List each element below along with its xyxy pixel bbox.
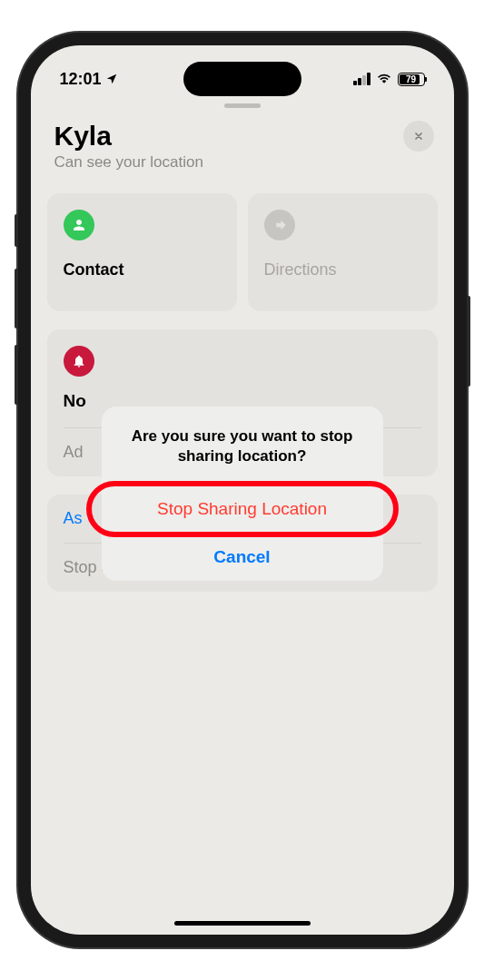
action-cards: Contact Directions — [47, 193, 438, 311]
bell-icon — [64, 346, 94, 377]
directions-card: Directions — [248, 193, 438, 311]
status-right: 79 — [353, 73, 425, 86]
contact-label: Contact — [64, 260, 221, 279]
side-button — [15, 214, 18, 247]
phone-frame: 12:01 79 — [18, 33, 467, 947]
sheet-grabber[interactable] — [224, 103, 261, 108]
status-time: 12:01 — [60, 70, 102, 89]
power-button — [467, 296, 470, 387]
person-icon — [64, 210, 94, 240]
content: Kyla Can see your location Contact — [31, 103, 454, 935]
header: Kyla Can see your location — [47, 121, 438, 172]
directions-label: Directions — [264, 260, 421, 279]
location-arrow-icon — [105, 73, 118, 85]
location-status: Can see your location — [54, 153, 438, 172]
battery-icon: 79 — [398, 73, 425, 86]
screen: 12:01 79 — [31, 45, 454, 935]
volume-up-button — [15, 269, 18, 328]
cellular-icon — [353, 73, 370, 85]
person-name: Kyla — [54, 121, 438, 152]
home-indicator[interactable] — [174, 921, 311, 926]
alert-dialog: Are you sure you want to stop sharing lo… — [102, 407, 383, 581]
contact-card[interactable]: Contact — [47, 193, 237, 311]
battery-percent: 79 — [406, 74, 416, 84]
directions-icon — [264, 210, 295, 240]
cancel-button[interactable]: Cancel — [102, 533, 383, 581]
close-icon — [413, 131, 424, 142]
dynamic-island — [183, 62, 301, 96]
status-left: 12:01 — [60, 70, 118, 89]
stop-sharing-button[interactable]: Stop Sharing Location — [102, 485, 383, 533]
volume-down-button — [15, 345, 18, 405]
wifi-icon — [376, 73, 392, 85]
modal-area: Are you sure you want to stop sharing lo… — [31, 407, 454, 661]
alert-message: Are you sure you want to stop sharing lo… — [102, 407, 383, 485]
close-button[interactable] — [403, 121, 434, 152]
